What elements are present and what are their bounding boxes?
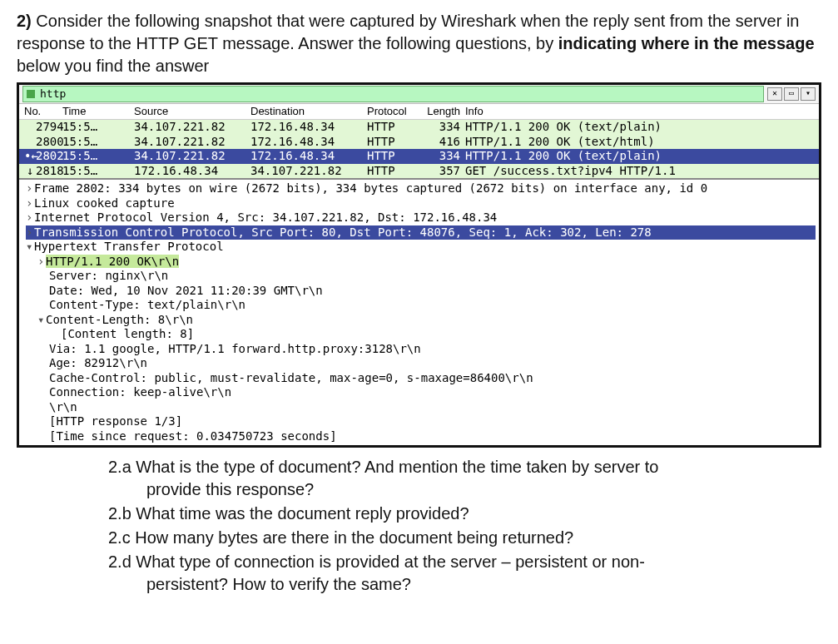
dropdown-icon[interactable]: ▾ bbox=[801, 87, 816, 101]
tree-row[interactable]: Connection: keep-alive\r\n bbox=[26, 385, 816, 400]
filter-text: http bbox=[40, 87, 66, 101]
packet-header: No. Time Source Destination Protocol Len… bbox=[19, 104, 819, 120]
frame-line: Frame 2802: 334 bytes on wire (2672 bits… bbox=[34, 181, 707, 195]
connection-header: Connection: keep-alive\r\n bbox=[49, 385, 231, 399]
question-intro: 2) Consider the following snapshot that … bbox=[17, 10, 821, 77]
time-since-request: [Time since request: 0.034750723 seconds… bbox=[49, 429, 337, 443]
tree-row[interactable]: ›Internet Protocol Version 4, Src: 34.10… bbox=[26, 211, 816, 225]
tree-row[interactable]: Via: 1.1 google, HTTP/1.1 forward.http.p… bbox=[26, 342, 816, 357]
packet-details: ›Frame 2802: 334 bytes on wire (2672 bit… bbox=[19, 180, 819, 445]
intro-bold: indicating where in the message bbox=[558, 34, 815, 52]
question-2c: 2.c How many bytes are there in the docu… bbox=[108, 527, 821, 549]
tree-row[interactable]: \r\n bbox=[26, 400, 816, 415]
via-header: Via: 1.1 google, HTTP/1.1 forward.http.p… bbox=[49, 342, 421, 355]
tree-row[interactable]: Age: 82912\r\n bbox=[26, 356, 816, 371]
tree-row[interactable]: ›Linux cooked capture bbox=[26, 196, 816, 211]
content-length-header: Content-Length: 8\r\n bbox=[46, 313, 193, 326]
chevron-right-icon: › bbox=[26, 181, 34, 196]
chevron-right-icon: › bbox=[26, 196, 34, 211]
chevron-right-icon: › bbox=[26, 211, 34, 225]
q2d-line2: persistent? How to verify the same? bbox=[146, 573, 821, 596]
tree-row[interactable]: Cache-Control: public, must-revalidate, … bbox=[26, 371, 816, 386]
packet-row[interactable]: •←280215:5…34.107.221.82172.16.48.34HTTP… bbox=[19, 149, 819, 164]
filter-bar: http ✕ ▭ ▾ bbox=[19, 85, 819, 104]
tree-row[interactable]: Content-Type: text/plain\r\n bbox=[26, 298, 816, 313]
linux-cooked-line: Linux cooked capture bbox=[34, 196, 175, 210]
question-2d: 2.d What type of connection is provided … bbox=[108, 551, 821, 596]
content-length-value: [Content length: 8] bbox=[61, 327, 194, 340]
hdr-no[interactable]: No. bbox=[19, 105, 62, 118]
row-marker-icon: ↓ bbox=[24, 164, 36, 179]
sub-questions: 2.a What is the type of document? And me… bbox=[108, 456, 821, 596]
packet-row[interactable]: 279415:5…34.107.221.82172.16.48.34HTTP33… bbox=[19, 120, 819, 135]
http-protocol-line: Hypertext Transfer Protocol bbox=[34, 240, 224, 253]
packet-row[interactable]: 280015:5…34.107.221.82172.16.48.34HTTP41… bbox=[19, 135, 819, 150]
content-type-header: Content-Type: text/plain\r\n bbox=[49, 298, 245, 311]
crlf-line: \r\n bbox=[49, 400, 77, 414]
tree-row[interactable]: [Content length: 8] bbox=[26, 327, 816, 342]
ip-line: Internet Protocol Version 4, Src: 34.107… bbox=[34, 211, 497, 224]
q2d-line1: 2.d What type of connection is provided … bbox=[108, 552, 645, 571]
row-marker-icon: •← bbox=[24, 149, 36, 164]
chevron-right-icon: › bbox=[26, 225, 34, 240]
chevron-down-icon: ▾ bbox=[37, 313, 46, 328]
age-header: Age: 82912\r\n bbox=[49, 356, 147, 369]
http-response-count: [HTTP response 1/3] bbox=[49, 414, 182, 428]
expand-icon[interactable]: ▭ bbox=[784, 87, 799, 101]
tcp-line: Transmission Control Protocol, Src Port:… bbox=[34, 225, 652, 239]
question-2b: 2.b What time was the document reply pro… bbox=[108, 503, 821, 525]
q-number: 2) bbox=[17, 12, 32, 30]
cache-control-header: Cache-Control: public, must-revalidate, … bbox=[49, 371, 533, 384]
hdr-time[interactable]: Time bbox=[62, 105, 134, 118]
hdr-prot[interactable]: Protocol bbox=[367, 105, 425, 118]
intro-t2: below you find the answer bbox=[17, 57, 209, 75]
tree-row-selected[interactable]: ›Transmission Control Protocol, Src Port… bbox=[26, 225, 816, 240]
q2a-line2: provide this response? bbox=[146, 478, 821, 501]
tree-row[interactable]: ▾Content-Length: 8\r\n bbox=[26, 313, 816, 328]
tree-row[interactable]: ›HTTP/1.1 200 OK\r\n bbox=[26, 255, 816, 270]
packet-row[interactable]: ↓281815:5…172.16.48.3434.107.221.82HTTP3… bbox=[19, 164, 819, 179]
tree-row[interactable]: [HTTP response 1/3] bbox=[26, 414, 816, 429]
chevron-right-icon: › bbox=[37, 255, 46, 270]
hdr-info[interactable]: Info bbox=[464, 105, 819, 118]
packet-list: No. Time Source Destination Protocol Len… bbox=[19, 104, 819, 180]
filter-input[interactable]: http bbox=[22, 86, 764, 102]
hdr-dst[interactable]: Destination bbox=[250, 105, 367, 118]
question-2a: 2.a What is the type of document? And me… bbox=[108, 456, 821, 501]
filter-buttons: ✕ ▭ ▾ bbox=[767, 87, 819, 101]
hdr-len[interactable]: Length bbox=[425, 105, 464, 118]
tree-row[interactable]: [Time since request: 0.034750723 seconds… bbox=[26, 429, 816, 444]
tree-row[interactable]: Server: nginx\r\n bbox=[26, 269, 816, 284]
date-header: Date: Wed, 10 Nov 2021 11:20:39 GMT\r\n bbox=[49, 284, 323, 297]
tree-row[interactable]: ▾Hypertext Transfer Protocol bbox=[26, 240, 816, 255]
tree-row[interactable]: ›Frame 2802: 334 bytes on wire (2672 bit… bbox=[26, 181, 816, 196]
hdr-src[interactable]: Source bbox=[134, 105, 250, 118]
bookmark-icon bbox=[27, 90, 35, 98]
http-status-line: HTTP/1.1 200 OK\r\n bbox=[46, 255, 179, 268]
wireshark-window: http ✕ ▭ ▾ No. Time Source Destination P… bbox=[17, 82, 821, 448]
server-header: Server: nginx\r\n bbox=[49, 269, 168, 282]
q2a-line1: 2.a What is the type of document? And me… bbox=[108, 458, 658, 476]
chevron-down-icon: ▾ bbox=[26, 240, 34, 255]
clear-icon[interactable]: ✕ bbox=[767, 87, 782, 101]
tree-row[interactable]: Date: Wed, 10 Nov 2021 11:20:39 GMT\r\n bbox=[26, 284, 816, 299]
